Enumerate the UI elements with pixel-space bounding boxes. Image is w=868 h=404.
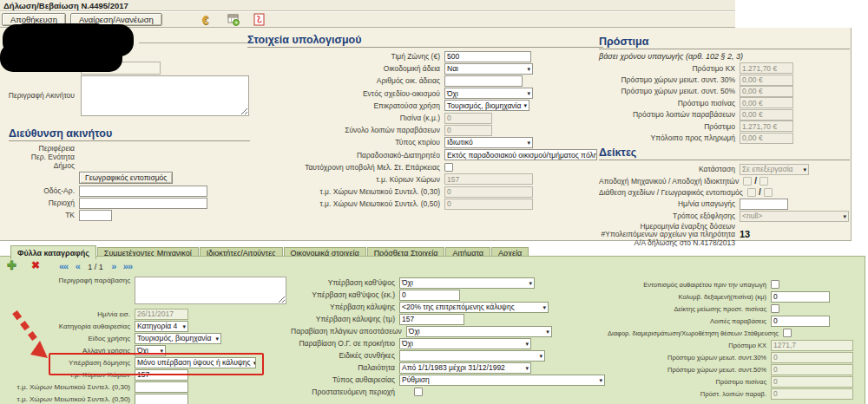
street-number-label: Οδός-Αρ. — [9, 186, 75, 195]
remaining-files-label: #Υπολειπόμενων αρχείων για πληρότητα — [599, 230, 735, 238]
chevron-down-icon: ▾ — [527, 90, 530, 96]
form-row: Πισίνα (κ.μ.) — [247, 112, 603, 124]
remaining-files-value: 13 — [740, 229, 750, 239]
payment-method-value: <null> — [742, 212, 762, 220]
street-number-input[interactable] — [79, 186, 207, 197]
coverage-excess-select[interactable]: <20% της επιτρεπόμενης κάλυψης▾ — [399, 302, 549, 313]
indicators-heading: Δείκτες — [599, 147, 850, 160]
violation-type-select[interactable]: Ρύθμιση▾ — [399, 375, 605, 386]
form-row: Πρόστ. λοιπών παραβ. — [608, 388, 865, 400]
age-select[interactable]: Από 1/1/1983 μέχρι 31/12/1992▾ — [399, 362, 531, 374]
last-page-icon[interactable]: »» — [123, 261, 132, 271]
traditional-preserved-label: Παραδοσιακό-Διατηρητέο — [247, 151, 440, 160]
use-change-select[interactable]: Όχι▾ — [135, 345, 166, 356]
fine-total-label: Πρόστιμο — [599, 122, 735, 131]
indicators-section: Δείκτες ΚατάστασηΣε επεξεργασία▾Αποδοχή … — [599, 147, 850, 246]
adequacy-study-checkbox[interactable] — [444, 163, 453, 172]
building-excess-select[interactable]: Μόνο υπέρβαση ύψους ή κάλυψης▾ — [135, 357, 256, 368]
side-distance-violation-value: Όχι — [409, 327, 420, 336]
page-title: Δήλωση/Βεβαίωση Ν.4495/2017 — [3, 1, 128, 10]
chevron-down-icon: ▾ — [803, 166, 806, 173]
form-row: Είδος χρήσηςΤουρισμός, βιομηχανία▾ — [7, 332, 286, 344]
pool-volume-input[interactable] — [771, 291, 830, 303]
main-area-sqm-input — [444, 173, 533, 185]
plans-geo-flags-checkbox-1 — [747, 188, 756, 197]
geo-locate-button[interactable]: Γεωγραφικός εντοπισμός — [79, 172, 173, 184]
slash-separator: / — [754, 176, 757, 186]
protected-area-checkbox[interactable] — [414, 388, 423, 396]
other-violations-input[interactable] — [771, 316, 830, 327]
apartments-parking-flag-checkbox[interactable] — [783, 329, 792, 337]
property-description-label: Περιγραφή Ακινήτου — [2, 91, 75, 100]
fine-pool-label: Πρόστιμο πισίνας — [599, 99, 735, 108]
building-type-select[interactable]: Ιδιωτικό▾ — [444, 137, 533, 148]
building-type-value: Ιδιωτικό — [447, 138, 473, 147]
permit-number-input[interactable] — [444, 75, 523, 87]
coverage-excess-sqm-label: Υπέρβαση κάλυψης (τμ) — [291, 315, 395, 323]
postal-code-input[interactable] — [79, 210, 112, 221]
chevron-down-icon: ▾ — [525, 365, 529, 371]
slash-separator: / — [759, 187, 761, 197]
side-distance-violation-select[interactable]: Όχι▾ — [406, 326, 552, 337]
indicators-rows: ΚατάστασηΣε επεξεργασία▾Αποδοχή Μηχανικο… — [599, 163, 850, 246]
redaction-blob — [19, 23, 102, 34]
status-label: Κατάσταση — [599, 165, 735, 173]
export-table-icon[interactable] — [226, 13, 241, 27]
coverage-excess-sqm-input[interactable] — [399, 314, 464, 325]
reduced-030-sqm-input[interactable] — [135, 381, 188, 393]
prevailing-use-select[interactable]: Τουρισμός, βιομηχανία▾ — [444, 100, 529, 111]
euro-icon[interactable]: € — [198, 13, 214, 27]
within-plan-select[interactable]: Όχι▾ — [444, 88, 533, 99]
reduced-050-sqm-input[interactable] — [135, 394, 188, 404]
plans-geo-flags-input: / — [747, 187, 773, 197]
subsumption-date-input[interactable] — [740, 199, 788, 210]
special-conditions-select[interactable]: ▾ — [399, 350, 545, 362]
main-area-sqm-input[interactable] — [135, 369, 188, 381]
chevron-down-icon: ▾ — [843, 213, 846, 219]
subsumption-date-label: Ημ/νία υπαγωγής — [599, 199, 735, 208]
pdf-icon[interactable] — [252, 13, 267, 27]
tab-1[interactable]: Φύλλα καταγραφής — [10, 245, 96, 259]
pool-reduction-flag-checkbox[interactable] — [771, 304, 779, 313]
violation-type-label: Τύπος αυθαιρεσίας — [291, 375, 395, 384]
next-page-icon[interactable]: » — [111, 261, 115, 271]
form-row: Τύπος αυθαιρεσίαςΡύθμιση▾ — [291, 374, 605, 386]
add-record-icon[interactable]: ✚ — [7, 258, 16, 271]
height-excess-select[interactable]: Όχι▾ — [399, 277, 535, 289]
tab-bar: Φύλλα καταγραφήςΣυμμετέχοντες ΜηχανικοίΙ… — [0, 244, 868, 257]
zone-price-input[interactable] — [444, 51, 531, 62]
area-input[interactable] — [79, 198, 207, 209]
reduced-030-sqm-label: τ.μ. Χώρων Μειωτικού Συντελ. (0,30) — [247, 187, 440, 196]
form-row: τ.μ. Χώρων Μειωτικού Συντελ. (0,50) — [7, 393, 286, 404]
violation-description-textarea[interactable] — [135, 277, 286, 304]
located-before-subsumption-label: Εντοπισμός αυθαιρέτου πριν την υπαγωγή — [608, 281, 766, 289]
fine-other-short-label: Πρόστ. λοιπών παραβ. — [608, 390, 766, 398]
form-row: Ημ/νία υπαγωγής — [599, 198, 850, 210]
status-select: Σε επεξεργασία▾ — [740, 164, 809, 175]
area-label: Περιοχή — [9, 199, 75, 207]
reduced-050-sqm-label: τ.μ. Χώρων Μειωτικού Συντελ. (0,50) — [7, 395, 130, 403]
building-line-violation-select[interactable]: Όχι▾ — [399, 338, 531, 349]
chevron-down-icon: ▾ — [529, 280, 532, 286]
first-page-icon[interactable]: «« — [59, 261, 68, 271]
traditional-preserved-select[interactable]: Εκτός παραδοσιακού οικισμού/τμήματος πόλ… — [444, 149, 597, 160]
form-row: Ταυτόχρονη υποβολή Μελ. Στ. Επάρκειας — [247, 161, 603, 173]
pool-volume-input — [444, 113, 492, 124]
form-row: Πρόστιμο πισίνας — [599, 97, 850, 108]
form-row: Αποδοχή Μηχανικού / Αποδοχή Ιδιοκτητών/ — [599, 175, 850, 186]
prev-page-icon[interactable]: « — [76, 261, 80, 271]
form-row: Παραβίαση πλάγιων αποστάσεωνΌχι▾ — [291, 325, 605, 337]
building-permit-select[interactable]: Ναι▾ — [444, 63, 533, 75]
located-before-subsumption-checkbox[interactable] — [771, 280, 779, 289]
height-excess-cm-input[interactable] — [399, 290, 460, 301]
region-label: Περιφέρεια — [9, 144, 75, 153]
delete-record-icon[interactable]: ✖ — [31, 259, 40, 271]
property-description-textarea[interactable] — [81, 75, 249, 116]
use-kind-select[interactable]: Τουρισμός, βιομηχανία▾ — [135, 333, 221, 344]
pool-reduction-flag-label: Δείκτης μείωσης προστ. πισίνας — [608, 305, 766, 313]
violation-category-select[interactable]: Κατηγορία 4▾ — [135, 321, 188, 332]
within-plan-value: Όχι — [447, 89, 458, 98]
form-row: ΚατάστασηΣε επεξεργασία▾ — [599, 163, 850, 175]
permit-number-label: Αριθμός οικ. άδειας — [247, 76, 440, 85]
form-row: Ημ/νία εισ. — [7, 308, 286, 320]
